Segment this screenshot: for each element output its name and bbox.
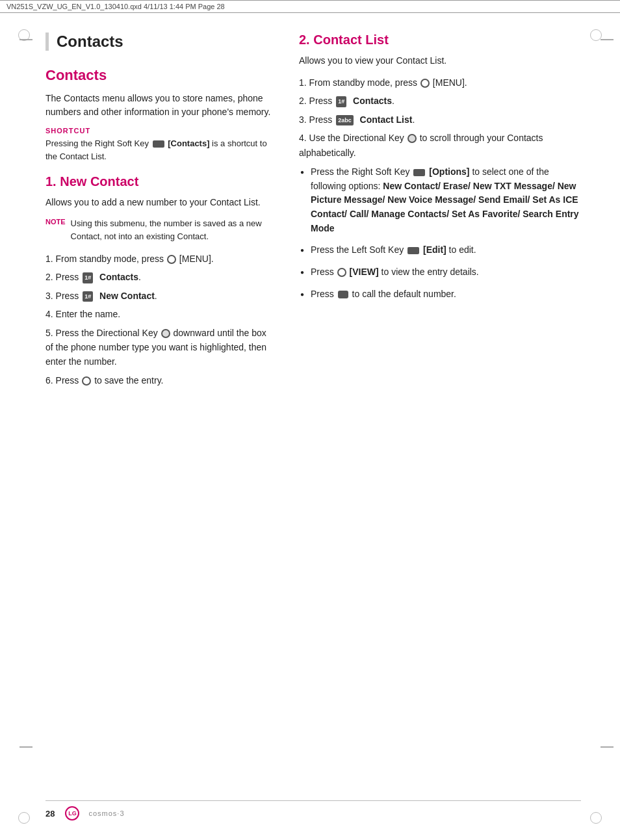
reg-mark-bottom-left xyxy=(18,812,30,824)
contact-list-steps: 1. From standby mode, press [MENU]. 2. P… xyxy=(299,75,581,160)
reg-mark-bottom-right xyxy=(590,812,602,824)
r-contact-list-num-icon: 2abc xyxy=(336,115,354,125)
shortcut-box: SHORTCUT Pressing the Right Soft Key [Co… xyxy=(45,127,273,163)
b3-view-icon xyxy=(337,268,346,277)
rmargin-line-bottom xyxy=(601,746,614,748)
new-contact-steps: 1. From standby mode, press [MENU]. 2. P… xyxy=(45,252,273,387)
directional-key-icon xyxy=(161,329,170,338)
right-column: 2. Contact List Allows you to view your … xyxy=(292,33,581,787)
step-6: 6. Press to save the entry. xyxy=(45,373,273,387)
section2-body: Allows you to add a new number to your C… xyxy=(45,196,273,209)
shortcut-label: SHORTCUT xyxy=(45,127,273,135)
r-step-1: 1. From standby mode, press [MENU]. xyxy=(299,75,581,90)
lg-logo-text: LG xyxy=(68,810,77,817)
shortcut-text: Pressing the Right Soft Key [Contacts] i… xyxy=(45,137,273,163)
rmargin-line-top xyxy=(601,39,614,40)
note-label: NOTE xyxy=(45,217,66,243)
save-button-icon xyxy=(82,376,91,386)
brand-text: cosmos·3 xyxy=(88,809,124,817)
footer: 28 LG cosmos·3 xyxy=(45,800,581,820)
r-step-4: 4. Use the Directional Key to scroll thr… xyxy=(299,131,581,160)
r-contacts-num-icon: 1# xyxy=(336,96,346,107)
step-3: 3. Press 1# New Contact. xyxy=(45,289,273,303)
b1-right-softkey-icon xyxy=(413,169,425,176)
r-step-3: 3. Press 2abc Contact List. xyxy=(299,112,581,127)
header-text: VN251S_VZW_UG_EN_V1.0_130410.qxd 4/11/13… xyxy=(6,3,225,10)
r-step-2: 2. Press 1# Contacts. xyxy=(299,94,581,108)
step-4: 4. Enter the name. xyxy=(45,307,273,321)
bullet-2: Press the Left Soft Key [Edit] to edit. xyxy=(299,243,581,257)
margin-line-top xyxy=(19,39,32,40)
r-directional-icon xyxy=(407,134,417,143)
step-2: 2. Press 1# Contacts. xyxy=(45,270,273,284)
note-box: NOTE Using this submenu, the number is s… xyxy=(45,217,273,243)
bullet-4: Press to call the default number. xyxy=(299,287,581,302)
chapter-title: Contacts xyxy=(45,33,273,51)
b4-call-icon xyxy=(338,291,348,298)
section1-body: The Contacts menu allows you to store na… xyxy=(45,92,273,119)
section3-heading: 2. Contact List xyxy=(299,33,581,47)
right-margin xyxy=(581,20,620,800)
r-menu-icon xyxy=(420,79,430,88)
content-area: Contacts Contacts The Contacts menu allo… xyxy=(45,20,581,800)
bullet-3: Press [VIEW] to view the entry details. xyxy=(299,265,581,280)
menu-button-icon xyxy=(167,255,176,264)
header-bar: VN251S_VZW_UG_EN_V1.0_130410.qxd 4/11/13… xyxy=(0,0,620,13)
left-column: Contacts Contacts The Contacts menu allo… xyxy=(45,33,292,787)
section1-heading: Contacts xyxy=(45,67,273,84)
contacts-num-icon: 1# xyxy=(83,272,93,283)
section2-heading: 1. New Contact xyxy=(45,174,273,189)
b2-left-softkey-icon xyxy=(407,247,419,254)
section3-body: Allows you to view your Contact List. xyxy=(299,54,581,68)
step-5: 5. Press the Directional Key downward un… xyxy=(45,326,273,369)
right-softkey-icon xyxy=(153,140,164,148)
page-number: 28 xyxy=(45,809,55,819)
step-1: 1. From standby mode, press [MENU]. xyxy=(45,252,273,266)
left-margin xyxy=(0,20,45,800)
contact-list-bullets: Press the Right Soft Key [Options] to se… xyxy=(299,165,581,302)
bullet-1: Press the Right Soft Key [Options] to se… xyxy=(299,165,581,235)
margin-line-bottom xyxy=(19,746,32,748)
lg-logo-circle: LG xyxy=(65,806,79,820)
new-contact-num-icon: 1# xyxy=(83,291,93,302)
note-text: Using this submenu, the number is saved … xyxy=(71,217,273,243)
